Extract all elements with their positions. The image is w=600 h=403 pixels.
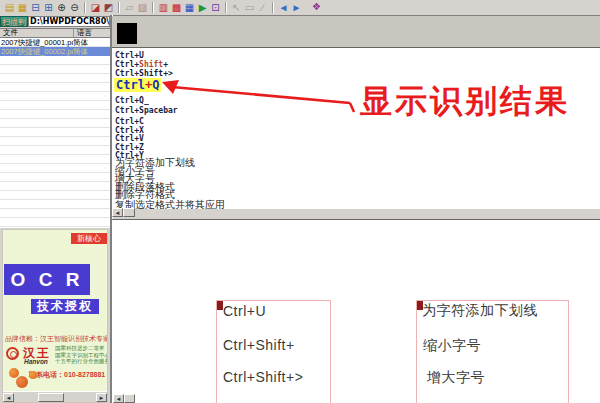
pick-zone-icon[interactable]: ⊡ (209, 2, 222, 14)
eraser-icon[interactable]: ◪ (89, 2, 102, 14)
ad-tagline: 品牌信赖：汉王智能识别技术专家 (5, 334, 107, 344)
imagepane-horizontal-scrollbar[interactable]: ◄ (113, 394, 135, 403)
draw-line-icon: ∕ (256, 2, 269, 14)
recognition-zone[interactable]: 为字符添加下划线 缩小字号 增大字号 (416, 300, 569, 403)
result-line[interactable]: Ctrl+Q_ (115, 96, 149, 105)
scan-path-field[interactable]: D:\HWPDFOCR80\IMAG (28, 16, 110, 27)
hanvon-circle-logo-icon (6, 347, 19, 360)
hanvon-logo-icon[interactable]: ❖ (310, 1, 323, 13)
ad-horizontal-scrollbar[interactable]: ◄ ► (3, 391, 107, 403)
scanned-image-pane[interactable]: Ctrl+U Ctrl+Shift+ Ctrl+Shift+> 为字符添加下划线… (112, 219, 600, 403)
ad-credit-line: 国家科技进步二等奖 (55, 345, 108, 352)
fruit-decoration (29, 371, 37, 379)
scrollbar-thumb[interactable] (124, 394, 135, 403)
image-text: Ctrl+Shift+> (223, 369, 303, 385)
scrollbar-thumb[interactable] (123, 208, 135, 217)
result-line[interactable]: Ctrl+U (115, 51, 144, 60)
image-text: Ctrl+U (223, 303, 266, 319)
toolbar-separator (225, 2, 227, 13)
ad-credit-line: 十五年的行业全面服务 (55, 358, 108, 365)
toolbar-separator (152, 2, 154, 13)
open-folder-icon[interactable]: ▦ (16, 2, 29, 14)
scroll-left-icon[interactable]: ◄ (113, 394, 124, 403)
hanvon-ad-banner[interactable]: 新核心 O C R 技术授权 品牌信赖：汉王智能识别技术专家 汉王 Hanvon… (2, 229, 108, 403)
annotation-label: 显示识别结果 (360, 80, 570, 124)
result-line-highlighted[interactable]: Ctrl+Q (114, 78, 161, 92)
scan-batch-icon[interactable]: ⊞ (42, 2, 55, 14)
result-line[interactable]: Ctrl+Shift+ (115, 60, 168, 69)
file-name: 2007快捷键_00002.pdf (0, 47, 73, 56)
image-text: Ctrl+Shift+ (223, 337, 295, 353)
scroll-right-icon[interactable]: ► (96, 393, 107, 402)
scroll-left-icon[interactable]: ◄ (112, 208, 123, 217)
result-line[interactable]: Ctrl+V (115, 134, 144, 143)
table-row[interactable]: 2007快捷键_00001.pdf 简体 (0, 38, 110, 47)
suspect-char[interactable]: Shift (139, 60, 163, 69)
result-line[interactable]: Ctrl+C (115, 117, 144, 126)
select-tool-icon: ▱ (123, 2, 136, 14)
open-image-icon[interactable]: ▤ (3, 2, 16, 14)
mark-tool-icon: ▨ (136, 2, 149, 14)
toolbar-separator (272, 2, 274, 13)
prev-page-icon[interactable]: ◄ (277, 2, 290, 14)
toolbar-separator (118, 2, 120, 13)
ad-phone-number: 联系电话：010-8278881 (29, 370, 105, 380)
recognition-zone[interactable]: Ctrl+U Ctrl+Shift+ Ctrl+Shift+> (216, 300, 331, 403)
ad-brand-name-en: Hanvon (24, 358, 48, 365)
table-row-selected[interactable]: 2007快捷键_00002.pdf 简体 (0, 47, 110, 56)
result-line[interactable]: Ctrl+Shift+> (115, 69, 173, 78)
scan-to-button[interactable]: 扫描到 (0, 16, 28, 27)
zone-image-icon[interactable]: ▩ (170, 2, 183, 14)
scroll-left-icon[interactable]: ◄ (3, 393, 14, 402)
scan-page-icon[interactable]: ⊟ (29, 2, 42, 14)
column-header-language[interactable]: 语言 (74, 29, 110, 37)
image-text: 增大字号 (427, 369, 485, 387)
fruit-decoration (16, 376, 28, 388)
zoom-out-icon[interactable]: ⊖ (68, 2, 81, 14)
image-text: 为字符添加下划线 (422, 302, 538, 320)
page-thumbnail[interactable] (117, 23, 137, 44)
recognition-result-pane[interactable]: Ctrl+U Ctrl+Shift+ Ctrl+Shift+> Ctrl+Q C… (112, 47, 600, 209)
file-name: 2007快捷键_00001.pdf (0, 38, 73, 47)
ad-subtitle: 技术授权 (31, 299, 99, 314)
next-page-icon[interactable]: ► (290, 2, 303, 14)
scrollbar-thumb[interactable] (38, 393, 64, 402)
column-header-file[interactable]: 文件 (0, 29, 74, 37)
zone-table-icon[interactable]: ▦ (183, 2, 196, 14)
image-text: 缩小字号 (423, 337, 481, 355)
pointer-icon: ↖ (230, 2, 243, 14)
file-list: 2007快捷键_00001.pdf 简体 2007快捷键_00002.pdf 简… (0, 38, 110, 228)
file-language: 简体 (73, 47, 110, 56)
scan-to-bar: 扫描到 D:\HWPDFOCR80\IMAG (0, 15, 110, 28)
page-thumbnail-strip (112, 16, 600, 48)
ad-badge: 新核心 (71, 233, 107, 244)
ocr-app-window: ▤ ▦ ⊟ ⊞ ⊕ ⊖ ◪ ◩ ▱ ▨ ▥ ▩ ▦ ▶ ⊡ ↖ ▭ ∕ ◄ ► … (0, 0, 600, 403)
result-line[interactable]: Ctrl+Spacebar (115, 106, 178, 115)
draw-rect-icon: ▭ (243, 2, 256, 14)
ad-credentials: 国家科技进步二等奖 国家文字识别工程中心 十五年的行业全面服务 (55, 345, 108, 365)
main-toolbar: ▤ ▦ ⊟ ⊞ ⊕ ⊖ ◪ ◩ ▱ ▨ ▥ ▩ ▦ ▶ ⊡ ↖ ▭ ∕ ◄ ► … (0, 0, 600, 16)
zone-text-icon[interactable]: ▥ (157, 2, 170, 14)
textpane-horizontal-scrollbar[interactable]: ◄ (112, 208, 135, 217)
file-table-header: 文件 语言 (0, 28, 110, 38)
clean-page-icon[interactable]: ◩ (102, 2, 115, 14)
file-language: 简体 (73, 38, 110, 47)
zoom-in-icon[interactable]: ⊕ (55, 2, 68, 14)
recognize-icon[interactable]: ▶ (196, 2, 209, 14)
ad-ocr-title: O C R (4, 264, 90, 295)
toolbar-separator (84, 2, 86, 13)
